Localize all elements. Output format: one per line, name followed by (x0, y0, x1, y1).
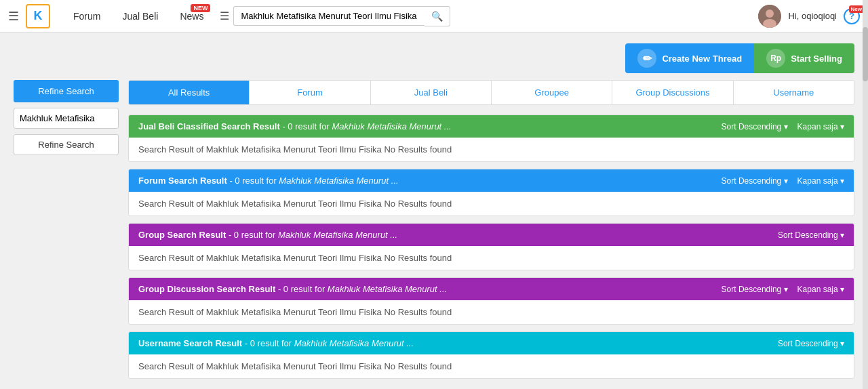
username-result-controls: Sort Descending ▾ (778, 339, 844, 348)
search-button[interactable]: 🔍 (425, 6, 450, 26)
jual-beli-result-section: Jual Beli Classified Search Result - 0 r… (128, 115, 854, 162)
hamburger-icon[interactable]: ☰ (8, 9, 19, 24)
forum-result-controls: Sort Descending ▾ Kapan saja ▾ (722, 176, 844, 186)
forum-sort-dropdown[interactable]: Sort Descending ▾ (722, 176, 788, 186)
group-discussion-result-header: Group Discussion Search Result - 0 resul… (129, 278, 854, 300)
help-badge: New (849, 5, 864, 13)
username-result-header: Username Search Result - 0 result for Ma… (129, 332, 854, 354)
main-content: Refine Search Refine Search All Results … (0, 80, 868, 389)
search-menu-icon[interactable]: ☰ (220, 9, 229, 22)
navbar: ☰ K Forum Jual Beli News NEW ☰ 🔍 Hi, oqi… (0, 0, 868, 33)
username-result-title: Username Search Result - 0 result for Ma… (138, 338, 414, 348)
tabs-bar: All Results Forum Jual Beli Groupee Grou… (128, 80, 854, 105)
jual-beli-result-title: Jual Beli Classified Search Result - 0 r… (138, 121, 452, 131)
group-discussion-result-controls: Sort Descending ▾ Kapan saja ▾ (722, 285, 844, 294)
create-thread-button[interactable]: ✏ Create New Thread (625, 43, 754, 73)
jual-beli-result-body: Search Result of Makhluk Metafisika Menu… (129, 138, 854, 161)
group-result-body: Search Result of Makhluk Metafisika Menu… (129, 246, 854, 270)
results-area: All Results Forum Jual Beli Groupee Grou… (128, 80, 854, 386)
group-result-header: Group Search Result - 0 result for Makhl… (129, 224, 854, 246)
forum-result-header: Forum Search Result - 0 result for Makhl… (129, 169, 854, 192)
refine-search-button[interactable]: Refine Search (14, 134, 119, 155)
scrollbar-thumb[interactable] (863, 27, 868, 81)
avatar (758, 5, 781, 28)
scrollbar-track (863, 0, 868, 389)
refine-search-top-button[interactable]: Refine Search (14, 80, 119, 102)
news-badge: NEW (191, 4, 210, 12)
username-result-body: Search Result of Makhluk Metafisika Menu… (129, 354, 854, 378)
logo[interactable]: K (26, 4, 50, 28)
tab-groupee[interactable]: Groupee (492, 81, 612, 104)
help-button[interactable]: ? New (844, 8, 860, 24)
group-discussion-result-body: Search Result of Makhluk Metafisika Menu… (129, 300, 854, 324)
start-selling-button[interactable]: Rp Start Selling (754, 43, 854, 73)
svg-point-1 (766, 9, 774, 18)
username-sort-dropdown[interactable]: Sort Descending ▾ (778, 339, 844, 348)
jual-beli-result-header: Jual Beli Classified Search Result - 0 r… (129, 115, 854, 138)
forum-result-body: Search Result of Makhluk Metafisika Menu… (129, 192, 854, 216)
group-result-title: Group Search Result - 0 result for Makhl… (138, 230, 397, 240)
forum-kapan-dropdown[interactable]: Kapan saja ▾ (797, 176, 844, 186)
tab-jual-beli[interactable]: Jual Beli (371, 81, 492, 104)
pencil-icon: ✏ (637, 49, 656, 68)
username-result-section: Username Search Result - 0 result for Ma… (128, 331, 854, 379)
group-discussion-sort-dropdown[interactable]: Sort Descending ▾ (722, 285, 788, 294)
action-area: ✏ Create New Thread Rp Start Selling (0, 33, 868, 80)
group-sort-dropdown[interactable]: Sort Descending ▾ (778, 230, 844, 240)
tab-all-results[interactable]: All Results (129, 81, 250, 104)
search-area: ☰ 🔍 (220, 6, 450, 26)
navbar-right: Hi, oqioqioqi ? New (758, 5, 860, 28)
jual-beli-result-controls: Sort Descending ▾ Kapan saja ▾ (722, 122, 844, 131)
search-input[interactable] (233, 6, 425, 26)
group-discussion-result-section: Group Discussion Search Result - 0 resul… (128, 277, 854, 325)
tab-group-discussions[interactable]: Group Discussions (612, 81, 733, 104)
rp-icon: Rp (766, 49, 785, 68)
group-result-section: Group Search Result - 0 result for Makhl… (128, 223, 854, 270)
sort-descending-dropdown[interactable]: Sort Descending ▾ (722, 122, 788, 131)
sidebar: Refine Search Refine Search (14, 80, 119, 386)
tab-forum[interactable]: Forum (250, 81, 370, 104)
forum-result-section: Forum Search Result - 0 result for Makhl… (128, 169, 854, 216)
group-discussion-result-title: Group Discussion Search Result - 0 resul… (138, 284, 447, 294)
tab-username[interactable]: Username (734, 81, 854, 104)
nav-links: Forum Jual Beli News NEW (62, 0, 214, 33)
group-discussion-kapan-dropdown[interactable]: Kapan saja ▾ (797, 285, 844, 294)
nav-jual-beli[interactable]: Jual Beli (111, 0, 169, 33)
group-result-controls: Sort Descending ▾ (778, 230, 844, 240)
nav-news[interactable]: News NEW (169, 0, 214, 33)
forum-result-title: Forum Search Result - 0 result for Makhl… (138, 176, 399, 186)
nav-forum[interactable]: Forum (62, 0, 111, 33)
kapan-saja-dropdown[interactable]: Kapan saja ▾ (797, 122, 844, 131)
sidebar-search-input[interactable] (14, 108, 119, 129)
user-greeting: Hi, oqioqioqi (788, 11, 837, 21)
